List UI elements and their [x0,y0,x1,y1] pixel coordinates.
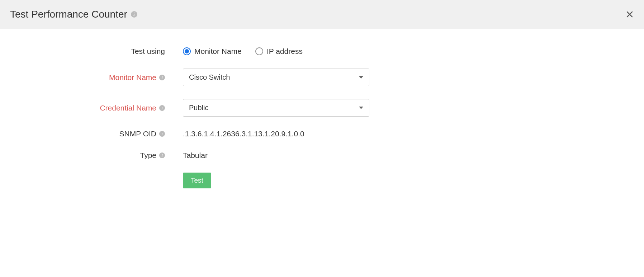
type-label: Type i [14,151,183,160]
radio-ip-address[interactable]: IP address [255,47,303,56]
select-value: Public [189,104,208,112]
credential-name-select[interactable]: Public [183,99,369,117]
credential-name-label: Credential Name i [14,104,183,112]
snmp-oid-row: SNMP OID i .1.3.6.1.4.1.2636.3.1.13.1.20… [14,130,630,138]
monitor-name-label: Monitor Name i [14,73,183,82]
type-value: Tabular [183,151,208,160]
dialog-header: Test Performance Counter i [0,0,644,29]
chevron-down-icon [359,76,363,79]
close-icon [625,10,634,19]
snmp-oid-value: .1.3.6.1.4.1.2636.3.1.13.1.20.9.1.0.0 [183,130,304,138]
snmp-oid-label: SNMP OID i [14,130,183,138]
radio-label: Monitor Name [194,47,242,56]
close-button[interactable] [625,10,634,19]
credential-name-row: Credential Name i Public [14,99,630,117]
type-value-container: Tabular [183,151,208,160]
info-icon[interactable]: i [159,131,165,137]
info-icon[interactable]: i [159,105,165,111]
page-title: Test Performance Counter i [10,9,137,20]
select-value: Cisco Switch [189,73,230,81]
radio-icon [255,47,263,55]
info-icon[interactable]: i [159,152,165,158]
test-using-radio-group: Monitor Name IP address [183,47,303,56]
monitor-name-row: Monitor Name i Cisco Switch [14,69,630,86]
title-text: Test Performance Counter [10,9,127,20]
info-icon[interactable]: i [159,75,165,80]
test-using-row: Test using Monitor Name IP address [14,47,630,56]
action-control: Test [183,173,211,188]
monitor-name-control: Cisco Switch [183,69,369,86]
monitor-name-select[interactable]: Cisco Switch [183,69,369,86]
test-using-label: Test using [14,47,183,56]
form-container: Test using Monitor Name IP address Monit… [0,29,644,219]
radio-label: IP address [267,47,303,56]
radio-icon [183,47,191,55]
action-row: Test [14,173,630,188]
test-button[interactable]: Test [183,173,211,188]
chevron-down-icon [359,107,363,109]
credential-name-control: Public [183,99,369,117]
snmp-oid-value-container: .1.3.6.1.4.1.2636.3.1.13.1.20.9.1.0.0 [183,130,304,138]
type-row: Type i Tabular [14,151,630,160]
radio-monitor-name[interactable]: Monitor Name [183,47,242,56]
info-icon[interactable]: i [131,11,137,18]
